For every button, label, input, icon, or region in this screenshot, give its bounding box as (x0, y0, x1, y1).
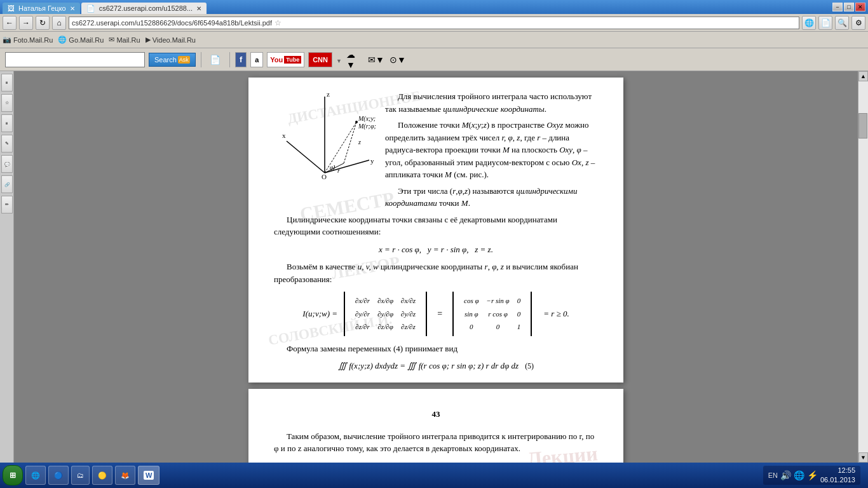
para-intro: Для вычисления тройного интеграла часто … (385, 90, 598, 115)
tab2-label: cs6272.userapi.com/u15288... (99, 4, 193, 12)
svg-text:z: z (327, 90, 330, 98)
settings-icon[interactable]: ⚙ (851, 16, 865, 30)
mail-toolbar-button[interactable]: ✉▼ (367, 51, 385, 69)
other-button[interactable]: ⊙▼ (389, 51, 407, 69)
sidebar-btn-1[interactable]: ≡ (1, 74, 13, 92)
taskbar-icon-4: 🟡 (98, 471, 107, 480)
jacobian-result: = r ≥ 0. (543, 308, 569, 320)
reload-button[interactable]: ↻ (36, 16, 50, 30)
para-cylindrical-name: Эти три числа (r,φ,z) называются цилиндр… (385, 185, 598, 210)
browser-tabs: 🖼 Наталья Гецко ✕ 📄 cs6272.userapi.com/u… (3, 0, 207, 14)
toolbar-separator-2 (229, 52, 230, 67)
amazon-button[interactable]: a (250, 52, 263, 67)
system-tray: EN 🔊 🌐 ⚡ 12:55 06.01.2013 (763, 466, 860, 485)
address-box[interactable]: cs6272.userapi.com/u152886629/docs/6f654… (69, 17, 799, 29)
go-icon: 🌐 (58, 36, 67, 44)
main-formula-row: ∭ f(x;y;z) dxdydz = ∭ f(r cos φ; r sin φ… (274, 360, 598, 372)
back-button[interactable]: ← (3, 16, 17, 30)
address-text: cs6272.userapi.com/u152886629/docs/6f654… (72, 19, 272, 27)
svg-text:y: y (370, 157, 374, 165)
taskbar: ⊞ 🌐 🔵 🗂 🟡 🦊 W EN 🔊 🌐 ⚡ 12:55 06.01.2013 (0, 463, 868, 488)
network-icon[interactable]: 🌐 (794, 470, 804, 480)
taskbar-item-2[interactable]: 🔵 (48, 466, 69, 485)
volume-up-icon[interactable]: 🔊 (780, 470, 791, 480)
youtube-button[interactable]: YouTube (267, 52, 304, 67)
svg-text:M(r;φ;z): M(r;φ;z) (358, 123, 376, 130)
page-content-top: x y z O M(x;y;z) M(r;φ;z) r (274, 90, 598, 210)
weather-button[interactable]: ☁▼ (346, 51, 363, 69)
bookmark-mail[interactable]: ✉ Mail.Ru (109, 36, 140, 44)
left-sidebar: ≡ ☆ ≡ ✎ 💬 🔗 ✏ (0, 71, 14, 463)
page-number: 43 (274, 408, 598, 421)
facebook-button[interactable]: f (235, 52, 247, 67)
search-button[interactable]: Search Ask (149, 53, 196, 67)
search-brand-label: Ask (178, 56, 190, 64)
maximize-button[interactable]: □ (844, 3, 854, 11)
window-controls: − □ ✕ (832, 3, 865, 11)
video-icon: ▶ (146, 36, 151, 44)
jacobian-container: I(u;v;w) = ∂x/∂r ∂x/∂φ ∂x/∂z ∂y/∂r (274, 292, 598, 336)
page-icon: 📄 (818, 16, 832, 30)
tab2-close[interactable]: ✕ (196, 5, 201, 12)
tab1-icon: 🖼 (8, 4, 15, 12)
globe-icon: 🌐 (802, 16, 816, 30)
sidebar-btn-6[interactable]: 🔗 (1, 175, 13, 193)
taskbar-item-4[interactable]: 🟡 (92, 466, 112, 485)
para-jacobian-intro: Возьмём в качестве u, v, w цилиндрически… (274, 261, 598, 285)
search-input[interactable] (8, 56, 142, 64)
sidebar-btn-2[interactable]: ☆ (1, 94, 13, 112)
power-icon[interactable]: ⚡ (807, 470, 818, 480)
pdf-page-1: ДИСТАНЦИОННОЕ СЕМЕСТР ЛЕКТОР СОЛОВСКИЙ И… (248, 78, 623, 383)
taskbar-icon-1: 🌐 (31, 471, 40, 480)
sidebar-btn-5[interactable]: 💬 (1, 155, 13, 173)
tab2-icon: 📄 (86, 4, 95, 13)
taskbar-item-1[interactable]: 🌐 (25, 466, 46, 485)
bookmark-star-icon[interactable]: ☆ (275, 18, 281, 27)
windows-logo-icon: ⊞ (10, 471, 16, 480)
para-page2: Таким образом, вычисление тройного интег… (274, 430, 598, 455)
para-formula-intro: Формула замены переменных (4) принимает … (274, 342, 598, 355)
taskbar-item-firefox[interactable]: 🦊 (115, 466, 135, 485)
scroll-track[interactable] (858, 81, 868, 452)
firefox-icon: 🦊 (121, 471, 130, 480)
taskbar-item-3[interactable]: 🗂 (71, 466, 90, 485)
sidebar-btn-4[interactable]: ✎ (1, 135, 13, 152)
minimize-button[interactable]: − (832, 3, 843, 11)
para-definition: Положение точки M(x;y;z) в пространстве … (385, 119, 598, 181)
svg-text:r: r (337, 167, 340, 174)
bookmark-go-mail[interactable]: 🌐 Go.Mail.Ru (58, 36, 104, 44)
para-connection: Цилиндрические координаты точки связаны … (274, 214, 598, 238)
taskbar-icon-2: 🔵 (54, 471, 63, 480)
foto-icon: 📷 (3, 36, 11, 44)
pdf-viewer[interactable]: ДИСТАНЦИОННОЕ СЕМЕСТР ЛЕКТОР СОЛОВСКИЙ И… (14, 71, 858, 463)
pdf-icon-button[interactable]: 📄 (207, 51, 224, 69)
sidebar-btn-7[interactable]: ✏ (1, 196, 13, 214)
close-button[interactable]: ✕ (855, 3, 865, 11)
taskbar-item-word[interactable]: W (138, 466, 159, 485)
main-formula: ∭ f(x;y;z) dxdydz = ∭ f(r cos φ; r sin φ… (338, 360, 519, 372)
title-bar: 🖼 Наталья Гецко ✕ 📄 cs6272.userapi.com/u… (0, 0, 868, 14)
cnn-dropdown[interactable]: ▼ (336, 54, 342, 65)
formula-xyz: x = r · cos φ, y = r · sin φ, z = z. (274, 243, 598, 256)
jacobian-expression: I(u;v;w) = (302, 308, 337, 320)
start-button[interactable]: ⊞ (3, 465, 23, 485)
sidebar-btn-3[interactable]: ≡ (1, 114, 13, 132)
tab1-label: Наталья Гецко (18, 4, 66, 12)
system-clock[interactable]: 12:55 06.01.2013 (820, 466, 855, 485)
cnn-button[interactable]: CNN (308, 52, 332, 67)
lang-icon[interactable]: EN (768, 471, 778, 479)
bookmark-video-mail[interactable]: ▶ Video.Mail.Ru (146, 36, 196, 44)
forward-button[interactable]: → (19, 16, 33, 30)
scroll-up-button[interactable]: ▲ (858, 71, 868, 81)
home-button[interactable]: ⌂ (52, 16, 66, 30)
tab1-close[interactable]: ✕ (70, 5, 75, 12)
scroll-thumb[interactable] (858, 113, 867, 139)
svg-line-0 (287, 141, 325, 173)
browser-toolbar: Search Ask 📄 f a YouTube CNN ▼ ☁▼ ✉▼ ⊙▼ (0, 48, 868, 71)
bookmark-foto-mail[interactable]: 📷 Foto.Mail.Ru (3, 36, 53, 44)
scroll-down-button[interactable]: ▼ (858, 452, 868, 463)
clock-date: 06.01.2013 (820, 475, 855, 485)
toolbar-separator (201, 52, 201, 67)
tab-2[interactable]: 📄 cs6272.userapi.com/u15288... ✕ (81, 3, 207, 14)
tab-1[interactable]: 🖼 Наталья Гецко ✕ (3, 3, 80, 14)
